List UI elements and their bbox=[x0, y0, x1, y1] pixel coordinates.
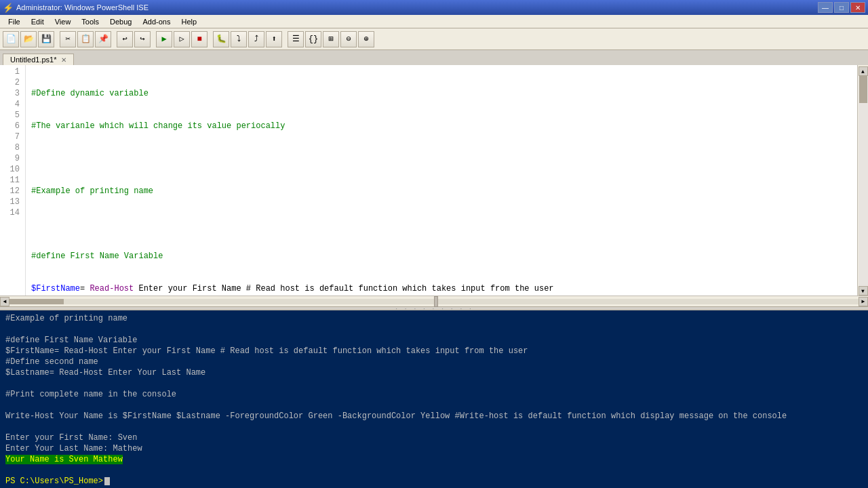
app-icon: ⚡ bbox=[3, 3, 14, 13]
step-over[interactable]: ⤴ bbox=[248, 31, 264, 47]
stop-button[interactable]: ■ bbox=[191, 31, 208, 47]
code-line-7: $FirstName= Read-Host Enter your First N… bbox=[31, 283, 852, 294]
console-pane[interactable]: #Example of printing name #define First … bbox=[0, 310, 868, 488]
run-selection-button[interactable]: ▷ bbox=[174, 31, 190, 47]
console-line-15 bbox=[5, 465, 863, 476]
tabbar: Untitled1.ps1* ✕ bbox=[0, 50, 868, 65]
console-line-8: #Print complete name in the console bbox=[5, 389, 863, 400]
titlebar-title: Administrator: Windows PowerShell ISE bbox=[16, 3, 149, 12]
step-out[interactable]: ⬆ bbox=[266, 31, 282, 47]
editor-horizontal-scrollbar[interactable]: ◀ ▶ bbox=[0, 296, 868, 306]
titlebar-left: ⚡ Administrator: Windows PowerShell ISE bbox=[3, 3, 149, 13]
console-prompt: PS C:\Users\PS_Home> bbox=[5, 476, 103, 486]
hscroll-splitter[interactable] bbox=[434, 296, 438, 307]
console-line-9 bbox=[5, 400, 863, 411]
code-line-6: #define First Name Variable bbox=[31, 251, 852, 262]
open-button[interactable]: 📂 bbox=[20, 31, 37, 47]
cut-button[interactable]: ✂ bbox=[60, 31, 76, 47]
console-output-highlighted: Your Name is Sven Mathew bbox=[5, 454, 863, 465]
scroll-track[interactable] bbox=[859, 76, 868, 286]
highlighted-output: Your Name is Sven Mathew bbox=[5, 455, 123, 464]
console-line-1: #Example of printing name bbox=[5, 313, 863, 324]
scroll-thumb[interactable] bbox=[859, 76, 867, 103]
menu-help[interactable]: Help bbox=[176, 16, 202, 27]
console-line-12: Enter your First Name: Sven bbox=[5, 432, 863, 443]
copy-button[interactable]: 📋 bbox=[77, 31, 94, 47]
menu-edit[interactable]: Edit bbox=[26, 16, 50, 27]
show-snippet[interactable]: {} bbox=[305, 31, 321, 47]
tab-untitled1[interactable]: Untitled1.ps1* ✕ bbox=[3, 54, 74, 65]
new-button[interactable]: 📄 bbox=[3, 31, 19, 47]
console-line-2 bbox=[5, 324, 863, 335]
zoom-in[interactable]: ⊕ bbox=[358, 31, 374, 47]
paste-button[interactable]: 📌 bbox=[95, 31, 111, 47]
console-line-10: Write-Host Your Name is $FirstName $Last… bbox=[5, 411, 863, 422]
menubar: File Edit View Tools Debug Add-ons Help bbox=[0, 15, 868, 28]
console-line-6: $Lastname= Read-Host Enter Your Last Nam… bbox=[5, 367, 863, 378]
console-line-11 bbox=[5, 422, 863, 432]
console-prompt-line: PS C:\Users\PS_Home> bbox=[5, 476, 863, 487]
editor-content[interactable]: #Define dynamic variable #The varianle w… bbox=[26, 65, 857, 296]
redo-button[interactable]: ↪ bbox=[134, 31, 151, 47]
debug-toggle[interactable]: 🐛 bbox=[213, 31, 229, 47]
console-line-7 bbox=[5, 378, 863, 389]
tab-close-button[interactable]: ✕ bbox=[61, 56, 66, 64]
hscroll-right-button[interactable]: ▶ bbox=[859, 297, 868, 306]
code-line-1: #Define dynamic variable bbox=[31, 88, 852, 99]
code-line-4: #Example of printing name bbox=[31, 186, 852, 197]
maximize-button[interactable]: □ bbox=[834, 2, 849, 13]
editor-vertical-scrollbar[interactable]: ▲ ▼ bbox=[857, 65, 868, 296]
step-into[interactable]: ⤵ bbox=[231, 31, 247, 47]
console-line-5: #Define second name bbox=[5, 357, 863, 367]
console-line-4: $FirstName= Read-Host Enter your First N… bbox=[5, 346, 863, 357]
code-line-3 bbox=[31, 153, 852, 164]
titlebar: ⚡ Administrator: Windows PowerShell ISE … bbox=[0, 0, 868, 15]
minimize-button[interactable]: — bbox=[818, 2, 833, 13]
show-ise-addon[interactable]: ⊞ bbox=[323, 31, 339, 47]
line-numbers: 12345 678910 11121314 bbox=[0, 65, 26, 296]
zoom-out[interactable]: ⊖ bbox=[340, 31, 357, 47]
console-cursor bbox=[104, 477, 110, 485]
editor-container[interactable]: 12345 678910 11121314 #Define dynamic va… bbox=[0, 65, 868, 296]
code-line-2: #The varianle which will change its valu… bbox=[31, 121, 852, 131]
console-line-13: Enter Your Last Name: Mathew bbox=[5, 443, 863, 454]
menu-view[interactable]: View bbox=[50, 16, 77, 27]
menu-addons[interactable]: Add-ons bbox=[137, 16, 176, 27]
hscroll-thumb[interactable] bbox=[9, 299, 64, 304]
hscroll-track[interactable] bbox=[9, 299, 859, 304]
titlebar-controls: — □ ✕ bbox=[818, 2, 865, 13]
show-command[interactable]: ☰ bbox=[288, 31, 304, 47]
menu-debug[interactable]: Debug bbox=[104, 16, 137, 27]
menu-tools[interactable]: Tools bbox=[76, 16, 104, 27]
hscroll-left-button[interactable]: ◀ bbox=[0, 297, 9, 306]
menu-file[interactable]: File bbox=[3, 16, 26, 27]
tab-label: Untitled1.ps1* bbox=[10, 56, 57, 64]
save-button[interactable]: 💾 bbox=[38, 31, 54, 47]
scroll-up-button[interactable]: ▲ bbox=[859, 66, 868, 76]
code-line-5 bbox=[31, 218, 852, 229]
undo-button[interactable]: ↩ bbox=[117, 31, 133, 47]
run-button[interactable]: ▶ bbox=[156, 31, 172, 47]
console-line-3: #define First Name Variable bbox=[5, 335, 863, 346]
toolbar: 📄 📂 💾 ✂ 📋 📌 ↩ ↪ ▶ ▷ ■ 🐛 ⤵ ⤴ ⬆ ☰ {} ⊞ ⊖ ⊕ bbox=[0, 28, 868, 50]
close-button[interactable]: ✕ bbox=[850, 2, 865, 13]
scroll-down-button[interactable]: ▼ bbox=[859, 286, 868, 296]
